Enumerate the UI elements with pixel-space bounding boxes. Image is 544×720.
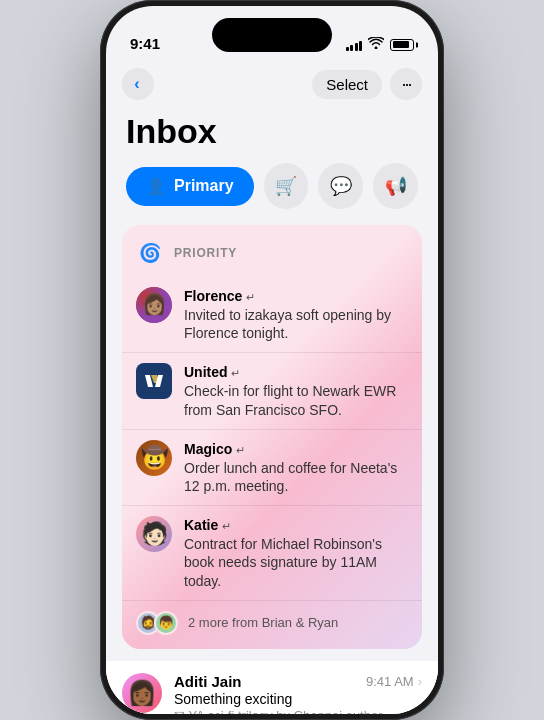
priority-swirl-icon: 🌀 [136,239,164,267]
tab-primary-label: Primary [174,177,234,195]
priority-text-united: United ↵ Check-in for flight to Newark E… [184,363,408,418]
signal-bar-3 [355,43,358,51]
priority-msg-magico: Order lunch and coffee for Neeta's 12 p.… [184,459,408,495]
avatar-united [136,363,172,399]
dynamic-island [212,18,332,52]
inbox-top-row: Aditi Jain 9:41 AM › [174,673,422,690]
signal-bar-1 [346,47,349,51]
reply-icon-katie: ↵ [222,520,231,532]
back-button[interactable]: ‹ [122,68,154,100]
chevron-right-icon: › [418,674,422,689]
avatar-katie: 🧑🏻 [136,516,172,552]
inbox-preview-aditi: ✉ YA sci-fi trilogy by Chennai author [174,708,422,714]
priority-text-magico: Magico ↵ Order lunch and coffee for Neet… [184,440,408,495]
tab-bar: 👤 Primary 🛒 💬 📢 [106,163,438,225]
signal-bar-2 [350,45,353,51]
tab-primary[interactable]: 👤 Primary [126,167,254,206]
priority-msg-katie: Contract for Michael Robinson's book nee… [184,535,408,590]
priority-card: 🌀 PRIORITY [122,225,422,649]
reply-icon-magico: ↵ [236,444,245,456]
more-senders-text: 2 more from Brian & Ryan [188,615,338,630]
inbox-time-aditi: 9:41 AM › [366,674,422,689]
signal-bar-4 [359,41,362,51]
battery-icon [390,39,414,51]
priority-text-katie: Katie ↵ Contract for Michael Robinson's … [184,516,408,590]
priority-label: PRIORITY [174,246,237,260]
signal-bars [346,39,363,51]
avatar-florence: 👩🏽 [136,287,172,323]
more-button[interactable]: ··· [390,68,422,100]
phone-frame: 9:41 [100,0,444,720]
tab-updates[interactable]: 📢 [373,163,418,209]
sender-name-united: United [184,364,231,380]
mini-avatar-ryan: 👦 [154,611,178,635]
svg-text:👩🏽: 👩🏽 [142,292,167,316]
tab-social[interactable]: 💬 [318,163,363,209]
sender-name-katie: Katie [184,517,222,533]
avatar-aditi: 👩🏾 [122,673,162,713]
priority-msg-united: Check-in for flight to Newark EWR from S… [184,382,408,418]
tab-shopping[interactable]: 🛒 [264,163,309,209]
priority-text-florence: Florence ↵ Invited to izakaya soft openi… [184,287,408,342]
more-senders-row[interactable]: 🧔 👦 2 more from Brian & Ryan [122,600,422,639]
priority-item-united[interactable]: United ↵ Check-in for flight to Newark E… [122,352,422,428]
inbox-item-aditi[interactable]: 👩🏾 Aditi Jain 9:41 AM › Something exciti… [106,661,438,714]
sender-name-magico: Magico [184,441,236,457]
back-chevron-icon: ‹ [134,75,139,93]
select-button[interactable]: Select [312,70,382,99]
reply-icon: ↵ [246,291,255,303]
inbox-sender-aditi: Aditi Jain [174,673,242,690]
phone-screen: 9:41 [106,6,438,714]
wifi-icon [368,37,384,52]
priority-item-katie[interactable]: 🧑🏻 Katie ↵ Contract for Michael Robinson… [122,505,422,600]
top-nav: ‹ Select ··· [106,60,438,108]
priority-header: 🌀 PRIORITY [122,239,422,277]
megaphone-icon: 📢 [385,175,407,197]
main-content: ‹ Select ··· Inbox 👤 Primary 🛒 [106,60,438,714]
person-icon: 👤 [146,177,166,196]
sender-name-florence: Florence [184,288,246,304]
ellipsis-icon: ··· [401,75,410,93]
inbox-content-aditi: Aditi Jain 9:41 AM › Something exciting … [174,673,422,714]
chat-icon: 💬 [330,175,352,197]
nav-right-controls: Select ··· [312,68,422,100]
status-icons [346,37,415,52]
inbox-subject-aditi: Something exciting [174,691,422,707]
reply-icon-united: ↵ [231,367,240,379]
page-title: Inbox [106,108,438,163]
more-avatars: 🧔 👦 [136,611,178,635]
avatar-magico: 🤠 [136,440,172,476]
priority-item-florence[interactable]: 👩🏽 Florence ↵ Invited to izakaya soft op… [122,277,422,352]
shopping-icon: 🛒 [275,175,297,197]
battery-fill [393,41,409,48]
priority-item-magico[interactable]: 🤠 Magico ↵ Order lunch and coffee for Ne… [122,429,422,505]
priority-msg-florence: Invited to izakaya soft opening by Flore… [184,306,408,342]
